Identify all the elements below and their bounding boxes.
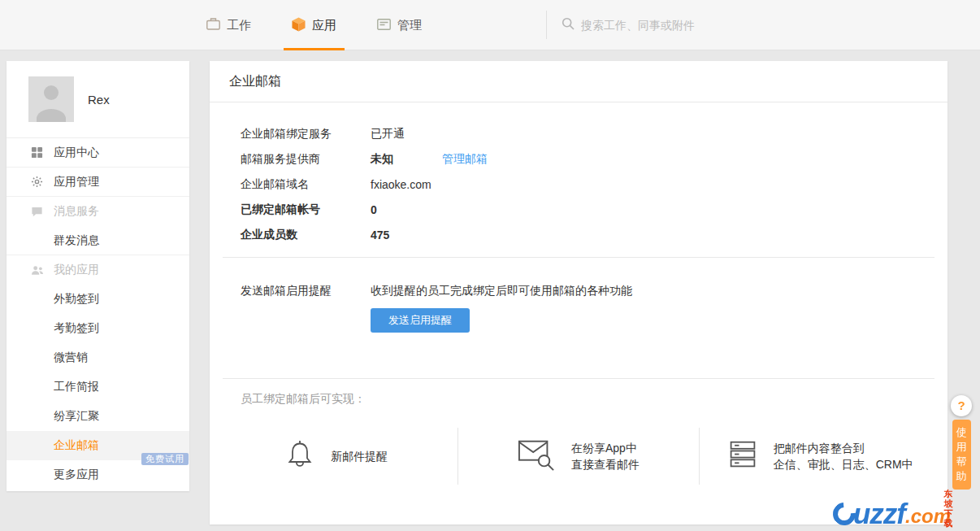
usage-help-button[interactable]: 使用帮助 — [952, 420, 971, 490]
sidebar-section-label: 消息服务 — [54, 204, 99, 219]
mailbox-info: 企业邮箱绑定服务 已开通 邮箱服务提供商 未知 管理邮箱 企业邮箱域名 fxia… — [210, 102, 947, 242]
reminder-body: 收到提醒的员工完成绑定后即可使用邮箱的各种功能 发送启用提醒 — [371, 284, 632, 333]
info-row-binding-service: 企业邮箱绑定服务 已开通 — [241, 127, 917, 141]
send-reminder-button[interactable]: 发送启用提醒 — [371, 308, 470, 333]
info-value: 已开通 — [371, 127, 405, 141]
info-row-member-count: 企业成员数 475 — [241, 228, 917, 242]
feature-view-mail-in-app: 在纷享App中 直接查看邮件 — [457, 428, 700, 485]
feature-text: 把邮件内容整合到 企信、审批、日志、CRM中 — [774, 440, 913, 472]
info-label: 已绑定邮箱帐号 — [241, 202, 371, 217]
reminder-label: 发送邮箱启用提醒 — [241, 284, 371, 333]
sidebar-item-label: 纷享汇聚 — [54, 409, 99, 424]
info-label: 企业邮箱绑定服务 — [241, 127, 371, 141]
info-label: 企业邮箱域名 — [241, 177, 371, 192]
tab-work[interactable]: 工作 — [195, 0, 262, 50]
sidebar-item-app-center[interactable]: 应用中心 — [7, 138, 189, 168]
reminder-description: 收到提醒的员工完成绑定后即可使用邮箱的各种功能 — [371, 284, 632, 298]
chat-bubble-icon — [31, 206, 46, 218]
sidebar-item-label: 应用中心 — [54, 146, 99, 160]
search-input[interactable] — [581, 19, 874, 32]
sidebar-item-app-manage[interactable]: 应用管理 — [7, 168, 189, 197]
sidebar-item-more-apps[interactable]: 更多应用 免费试用 — [7, 460, 189, 490]
page-title: 企业邮箱 — [210, 61, 947, 102]
apps-cube-icon — [292, 17, 306, 34]
sidebar-section-message-service: 消息服务 — [7, 197, 189, 226]
sidebar-item-label: 考勤签到 — [54, 321, 99, 336]
question-icon[interactable]: ? — [951, 395, 972, 416]
manage-icon — [377, 19, 391, 33]
gear-icon — [31, 176, 46, 188]
feature-text: 新邮件提醒 — [331, 448, 388, 464]
info-value: 未知 — [371, 152, 393, 167]
info-value: 475 — [371, 229, 389, 242]
tab-apps-label: 应用 — [312, 18, 336, 33]
mail-search-icon — [518, 437, 555, 475]
work-icon — [206, 18, 220, 33]
info-value: fxiaoke.com — [371, 178, 431, 191]
search-icon — [562, 17, 575, 33]
main-panel: 企业邮箱 企业邮箱绑定服务 已开通 邮箱服务提供商 未知 管理邮箱 企业邮箱域名… — [210, 61, 947, 524]
info-value: 0 — [371, 203, 377, 216]
info-label: 企业成员数 — [241, 228, 371, 242]
sidebar-item-label: 企业邮箱 — [54, 438, 99, 453]
watermark-caption: 东坡下载 — [943, 489, 954, 528]
uzzf-watermark: uzzf .com 东坡下载 — [833, 500, 951, 528]
bell-icon — [285, 437, 314, 475]
sidebar-item-attendance-checkin[interactable]: 考勤签到 — [7, 314, 189, 343]
reminder-section: 发送邮箱启用提醒 收到提醒的员工完成绑定后即可使用邮箱的各种功能 发送启用提醒 — [210, 258, 947, 333]
features-row: 新邮件提醒 在纷享App中 直接查看邮件 把邮件内容整合到 — [210, 428, 947, 485]
feature-new-mail-alert: 新邮件提醒 — [216, 428, 457, 485]
manage-mailbox-link[interactable]: 管理邮箱 — [442, 152, 488, 167]
tab-work-label: 工作 — [227, 18, 251, 33]
sidebar-item-label: 外勤签到 — [54, 292, 99, 307]
tab-manage[interactable]: 管理 — [366, 0, 433, 50]
search-bar — [546, 11, 980, 39]
sidebar-item-label: 应用管理 — [54, 175, 99, 189]
user-block: Rex — [7, 61, 189, 138]
feature-text: 在纷享App中 直接查看邮件 — [571, 440, 640, 472]
server-stack-icon — [728, 438, 757, 474]
info-row-domain: 企业邮箱域名 fxiaoke.com — [241, 177, 917, 192]
sidebar-item-work-brief[interactable]: 工作简报 — [7, 372, 189, 402]
sidebar-item-mass-message[interactable]: 群发消息 — [7, 226, 189, 255]
sidebar-item-field-checkin[interactable]: 外勤签到 — [7, 285, 189, 314]
page-body: Rex 应用中心 应用管理 消息服务 群发消息 — [0, 50, 980, 524]
sidebar-item-micro-marketing[interactable]: 微营销 — [7, 343, 189, 372]
tab-apps[interactable]: 应用 — [280, 0, 348, 50]
sidebar-section-label: 我的应用 — [54, 263, 99, 277]
info-row-provider: 邮箱服务提供商 未知 管理邮箱 — [241, 152, 917, 167]
sidebar-item-fenxiang-gather[interactable]: 纷享汇聚 — [7, 402, 189, 431]
help-widget: ? 使用帮助 — [950, 395, 973, 490]
sidebar-item-label: 更多应用 — [54, 468, 99, 482]
avatar — [28, 76, 74, 122]
people-icon — [31, 264, 46, 276]
features-heading: 员工绑定邮箱后可实现： — [210, 379, 947, 407]
info-row-bound-accounts: 已绑定邮箱帐号 0 — [241, 202, 917, 217]
sidebar: Rex 应用中心 应用管理 消息服务 群发消息 — [7, 61, 189, 491]
sidebar-section-my-apps: 我的应用 — [7, 255, 189, 285]
user-name: Rex — [88, 93, 110, 107]
grid-icon — [31, 146, 46, 159]
top-navigation-bar: 工作 应用 管理 — [0, 0, 980, 50]
sidebar-item-label: 群发消息 — [54, 233, 99, 248]
feature-integrate-mail-content: 把邮件内容整合到 企信、审批、日志、CRM中 — [699, 428, 941, 485]
sidebar-item-label: 工作简报 — [54, 380, 99, 394]
info-label: 邮箱服务提供商 — [241, 152, 371, 167]
top-tabs: 工作 应用 管理 — [195, 0, 451, 50]
sidebar-item-label: 微营销 — [54, 350, 88, 365]
tab-manage-label: 管理 — [397, 18, 422, 33]
watermark-brand: uzzf — [853, 500, 905, 528]
free-trial-badge: 免费试用 — [141, 453, 189, 465]
